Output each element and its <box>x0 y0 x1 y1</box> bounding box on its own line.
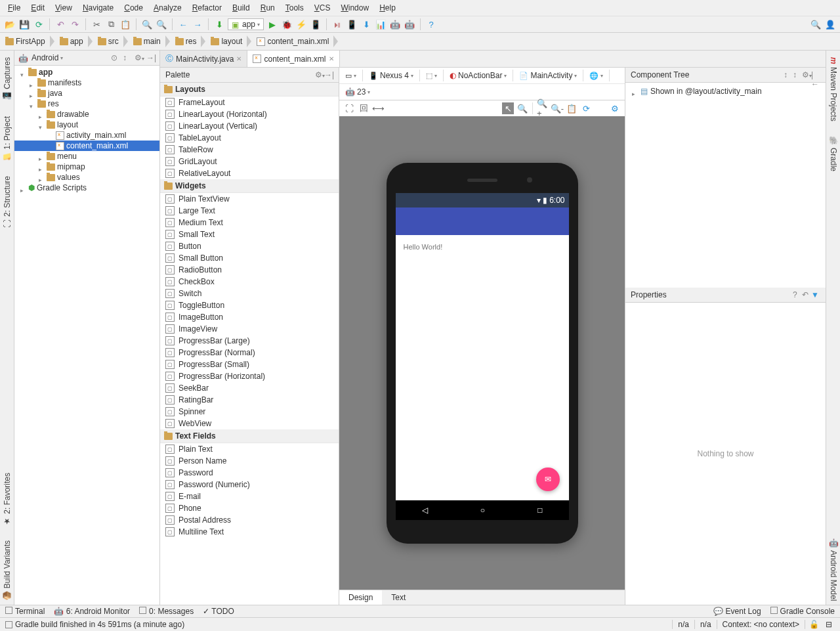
palette-group[interactable]: Layouts <box>160 83 339 97</box>
palette-group[interactable]: Text Fields <box>160 429 339 443</box>
undo-icon[interactable]: ↶ <box>54 18 66 30</box>
tree-manifests[interactable]: manifests <box>14 77 159 88</box>
tree-mipmap[interactable]: mipmap <box>14 162 159 172</box>
ct-collapse-icon[interactable]: ↕ <box>784 70 793 79</box>
build-variants-tab[interactable]: 📦Build Variants <box>1 536 13 605</box>
menu-window[interactable]: Window <box>335 1 374 14</box>
component-tree-root[interactable]: ▤ Shown in @layout/activity_main <box>628 85 823 97</box>
avd-icon[interactable]: 📱 <box>346 18 358 30</box>
palette-item[interactable]: ▢Phone <box>160 502 339 514</box>
editor-tab[interactable]: ⒸMainActivity.java✕ <box>160 51 247 67</box>
gradle-console-tab[interactable]: Gradle Console <box>770 607 835 616</box>
back-icon[interactable]: ← <box>177 18 189 30</box>
copy-icon[interactable]: ⧉ <box>105 18 117 30</box>
palette-item[interactable]: ▢GridLayout <box>160 156 339 167</box>
gear-icon[interactable]: ⚙▾ <box>135 53 144 62</box>
palette-item[interactable]: ▢Button <box>160 240 339 252</box>
menu-help[interactable]: Help <box>374 1 401 14</box>
hide-icon[interactable]: →| <box>146 53 156 62</box>
project-tab[interactable]: 📁1: Project <box>1 112 13 166</box>
api-selector[interactable]: 🤖23▾ <box>342 86 373 98</box>
palette-item[interactable]: ▢LinearLayout (Horizontal) <box>160 108 339 120</box>
menu-run[interactable]: Run <box>255 1 280 14</box>
palette-item[interactable]: ▢RatingBar <box>160 394 339 406</box>
sync-icon[interactable]: ⟳ <box>33 18 45 30</box>
props-reset-icon[interactable]: ↶ <box>802 290 811 299</box>
palette-item[interactable]: ▢Person Name <box>160 455 339 467</box>
palette-hide-icon[interactable]: →| <box>324 70 333 79</box>
terminal-tab[interactable]: Terminal <box>5 607 45 616</box>
breadcrumb-item[interactable]: main <box>131 34 173 49</box>
palette-item[interactable]: ▢Medium Text <box>160 217 339 228</box>
menu-analyze[interactable]: Analyze <box>148 1 187 14</box>
run-config-combo[interactable]: ▣ app ▾ <box>228 18 264 30</box>
menu-view[interactable]: View <box>50 1 77 14</box>
breadcrumb-item[interactable]: FirstApp <box>3 34 57 49</box>
tree-drawable[interactable]: drawable <box>14 109 159 120</box>
palette-item[interactable]: ▢Multiline Text <box>160 526 339 538</box>
maven-tab[interactable]: mMaven Projects <box>828 53 839 125</box>
palette-item[interactable]: ▢Large Text <box>160 205 339 217</box>
android2-icon[interactable]: 🤖 <box>404 18 415 30</box>
menu-vcs[interactable]: VCS <box>309 1 336 14</box>
user-icon[interactable]: 👤 <box>824 18 836 30</box>
menu-edit[interactable]: Edit <box>26 1 50 14</box>
palette-item[interactable]: ▢Password <box>160 467 339 479</box>
palette-item[interactable]: ▢Plain Text <box>160 443 339 455</box>
palette-item[interactable]: ▢Plain TextView <box>160 193 339 205</box>
menu-build[interactable]: Build <box>227 1 255 14</box>
palette-item[interactable]: ▢Switch <box>160 288 339 299</box>
breadcrumb-item[interactable]: app <box>57 34 95 49</box>
sdk-icon[interactable]: ⬇ <box>360 18 372 30</box>
palette-item[interactable]: ▢Postal Address <box>160 514 339 526</box>
theme-selector[interactable]: ◐NoActionBar▾ <box>446 70 510 81</box>
tree-java[interactable]: java <box>14 88 159 98</box>
cut-icon[interactable]: ✂ <box>91 18 102 30</box>
breadcrumb-item[interactable]: res <box>173 34 209 49</box>
props-help-icon[interactable]: ? <box>793 290 802 299</box>
ct-gear-icon[interactable]: ⚙▾ <box>802 70 811 79</box>
config-icon[interactable]: ⬚▾ <box>423 70 440 81</box>
palette-item[interactable]: ▢ProgressBar (Normal) <box>160 347 339 359</box>
save-icon[interactable]: 💾 <box>18 18 30 30</box>
activity-selector[interactable]: 📄MainActivity▾ <box>516 70 580 81</box>
palette-item[interactable]: ▢FrameLayout <box>160 97 339 108</box>
palette-item[interactable]: ▢RelativeLayout <box>160 167 339 179</box>
palette-item[interactable]: ▢TableLayout <box>160 132 339 144</box>
palette-item[interactable]: ▢ToggleButton <box>160 299 339 311</box>
palette-item[interactable]: ▢RadioButton <box>160 264 339 276</box>
tree-content-main[interactable]: content_main.xml <box>14 141 159 151</box>
breadcrumb-item[interactable]: content_main.xml <box>254 34 341 49</box>
menu-file[interactable]: File <box>3 1 26 14</box>
clipboard-icon[interactable]: 📋 <box>566 102 578 114</box>
palette-item[interactable]: ▢LinearLayout (Vertical) <box>160 120 339 132</box>
close-icon[interactable]: ✕ <box>236 55 242 62</box>
open-icon[interactable]: 📂 <box>4 18 16 30</box>
tree-res[interactable]: res <box>14 98 159 109</box>
palette-item[interactable]: ▢SeekBar <box>160 382 339 394</box>
close-icon[interactable]: ✕ <box>329 55 334 62</box>
messages-tab[interactable]: 0: Messages <box>139 607 194 616</box>
replace-icon[interactable]: 🔍 <box>156 18 167 30</box>
menu-navigate[interactable]: Navigate <box>77 1 119 14</box>
scroll-to-icon[interactable]: ⊙ <box>111 53 120 62</box>
android-icon[interactable]: 🤖 <box>389 18 401 30</box>
favorites-tab[interactable]: ★2: Favorites <box>1 469 13 530</box>
tab-design[interactable]: Design <box>339 590 382 605</box>
palette-item[interactable]: ▢CheckBox <box>160 276 339 288</box>
monitor-icon[interactable]: 📊 <box>375 18 387 30</box>
editor-tab[interactable]: content_main.xml✕ <box>247 51 339 67</box>
event-log-tab[interactable]: 💬 Event Log <box>713 607 761 616</box>
help-icon[interactable]: ? <box>425 18 437 30</box>
mem-icon[interactable]: ⊟ <box>823 620 835 629</box>
design-canvas[interactable]: ▾ ▮ 6:00 Hello World! ✉ ◁ ○ <box>339 116 625 590</box>
breadcrumb-item[interactable]: layout <box>208 34 254 49</box>
palette-item[interactable]: ▢E-mail <box>160 490 339 502</box>
tree-layout[interactable]: layout <box>14 120 159 130</box>
palette-item[interactable]: ▢Password (Numeric) <box>160 479 339 490</box>
autofit-icon[interactable]: ⛶ <box>343 102 355 114</box>
search-icon[interactable]: 🔍 <box>810 18 822 30</box>
structure-tab[interactable]: ⛶2: Structure <box>1 172 13 232</box>
android-model-tab[interactable]: 🤖Android Model <box>828 534 839 605</box>
tree-app[interactable]: app <box>14 67 159 77</box>
